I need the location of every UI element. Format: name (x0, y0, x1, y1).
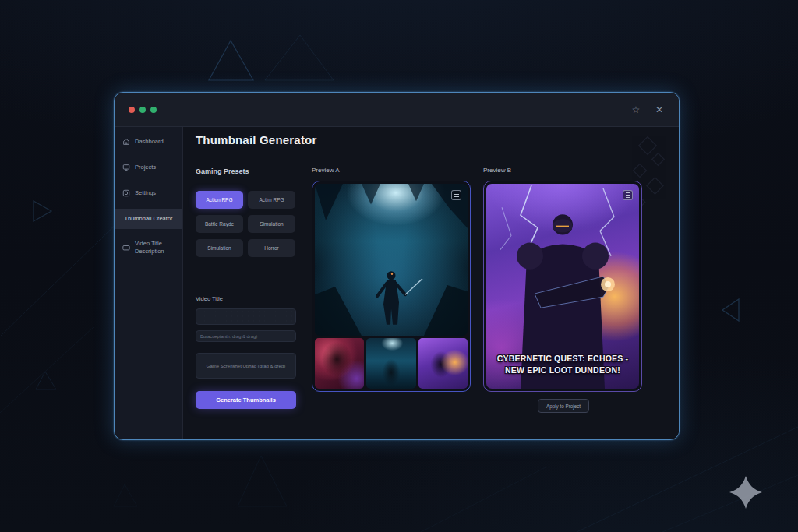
desktop-background: ☆ ✕ Dashboard (0, 0, 798, 532)
preset-button-simulation-1[interactable]: Simulation (248, 215, 295, 233)
projects-icon (122, 164, 130, 171)
sparkle-icon (729, 476, 762, 509)
app-window: ☆ ✕ Dashboard (114, 92, 680, 440)
preset-button-simulation-2[interactable]: Simulation (196, 239, 243, 257)
close-traffic-dot[interactable] (129, 107, 135, 113)
game-screenshot-upload-dropzone[interactable]: Game Screnshet Uphad (drag & dreg) (196, 353, 296, 379)
thumbnail-caption: CYBERNETIC QUEST: ECHOES - NEW EPIC LOOT… (486, 353, 639, 376)
sidebar-item-label: Thumbnail Creator (124, 215, 172, 223)
sidebar-item-label: Projects (135, 164, 156, 171)
gaming-presets-heading: Gaming Presets (196, 167, 249, 175)
preview-b-image[interactable]: CYBERNETIC QUEST: ECHOES - NEW EPIC LOOT… (486, 184, 639, 389)
video-title-label: Video Title (196, 295, 223, 302)
sidebar-item-settings[interactable]: Settings (115, 180, 182, 206)
home-icon (122, 138, 130, 146)
favorite-icon[interactable]: ☆ (630, 104, 641, 115)
variant-thumbnail-purple-soldier[interactable] (418, 338, 468, 389)
preview-b-card: CYBERNETIC QUEST: ECHOES - NEW EPIC LOOT… (483, 181, 642, 392)
upload-label: Game Screnshet Uphad (drag & dreg) (207, 364, 285, 368)
gear-icon (122, 189, 130, 197)
preview-b-label: Preview B (483, 167, 511, 174)
apply-to-project-button[interactable]: Apply to Project (538, 399, 589, 413)
sidebar-item-dashboard[interactable]: Dashboard (115, 129, 182, 154)
cave-scene-art (315, 184, 468, 336)
maximize-traffic-dot[interactable] (150, 107, 157, 113)
preset-grid: Action RPG Actim RPG Battle Rayde Simula… (196, 191, 295, 257)
video-title-input[interactable] (196, 308, 296, 325)
main-content: Thumbnail Generator Gaming Presets Actio… (183, 127, 679, 439)
sidebar-item-thumbnail-creator[interactable]: Thumbnail Creator (115, 209, 182, 229)
caption-line-2: NEW EPIC LOOT DUNDEON! (486, 365, 639, 376)
page-title: Thumbnail Generator (196, 133, 317, 146)
thumbnail-menu-icon[interactable] (451, 190, 461, 200)
preview-a-card (312, 181, 471, 392)
sidebar-item-projects[interactable]: Projects (115, 154, 182, 180)
thumbnail-menu-icon[interactable] (623, 190, 633, 200)
sidebar-item-label: Settings (135, 189, 156, 197)
preset-button-actim-rpg[interactable]: Actim RPG (248, 191, 295, 209)
sidebar-item-video-title-description[interactable]: Video Title Description (115, 231, 182, 263)
video-icon (122, 244, 130, 252)
preset-button-battle-rayde[interactable]: Battle Rayde (196, 215, 243, 233)
preset-button-horror[interactable]: Horror (248, 239, 295, 257)
caption-line-1: CYBERNETIC QUEST: ECHOES - (486, 353, 639, 365)
variant-thumbnails (315, 338, 468, 389)
minimize-traffic-dot[interactable] (139, 107, 146, 113)
titlebar-actions: ☆ ✕ (630, 104, 665, 115)
screenshot-input[interactable] (196, 330, 296, 342)
sidebar-item-label: Dashboard (135, 138, 164, 146)
variant-thumbnail-red-warrior[interactable] (315, 338, 364, 389)
sidebar-item-label: Video Title Description (135, 240, 178, 255)
preset-button-action-rpg[interactable]: Action RPG (196, 191, 243, 209)
preview-a-image[interactable] (315, 184, 468, 336)
sidebar: Dashboard Projects (115, 127, 183, 439)
window-titlebar: ☆ ✕ (115, 93, 679, 127)
traffic-lights (129, 107, 157, 113)
preview-a-label: Preview A (312, 167, 340, 174)
variant-thumbnail-blue-cave[interactable] (366, 338, 415, 389)
generate-thumbnails-button[interactable]: Generate Thumbnails (196, 391, 296, 409)
close-icon[interactable]: ✕ (654, 104, 665, 115)
